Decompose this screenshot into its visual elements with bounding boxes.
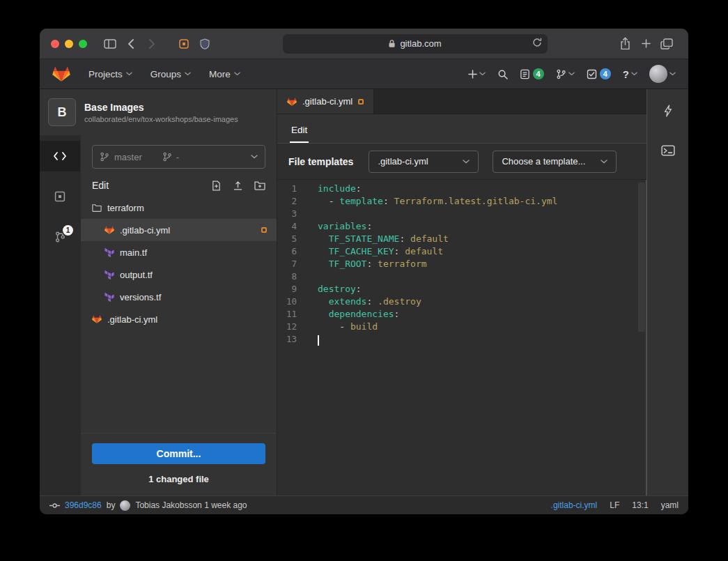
upload-file-button[interactable]	[233, 180, 243, 191]
active-file-link[interactable]: .gitlab-ci.yml	[551, 500, 598, 510]
nav-more[interactable]: More	[209, 69, 240, 79]
browser-toolbar: gitlab.com	[40, 29, 688, 59]
code-line-7: TF_ROOT: terraform	[318, 258, 646, 270]
todos-button[interactable]: 4	[587, 68, 611, 79]
panel-splitter[interactable]	[646, 180, 646, 495]
tree-item-output-tf[interactable]: output.tf	[81, 263, 277, 286]
address-bar[interactable]: gitlab.com	[283, 34, 548, 54]
branch-selector[interactable]: master -	[92, 145, 265, 169]
terraform-file-icon	[104, 292, 114, 302]
commit-author: Tobias Jakobsson 1 week ago	[135, 500, 247, 510]
tree-item-root-gitlab-ci-yml[interactable]: .gitlab-ci.yml	[81, 308, 277, 330]
gitlab-logo[interactable]	[52, 66, 70, 82]
todos-icon	[587, 69, 597, 79]
branch-icon	[100, 152, 109, 162]
issues-icon	[520, 69, 530, 79]
merge-request-icon	[556, 69, 566, 79]
close-window-button[interactable]	[51, 40, 59, 48]
plus-icon	[468, 70, 477, 79]
gitlab-file-icon	[287, 97, 297, 107]
chevron-down-icon	[463, 160, 470, 164]
project-path: collaborated/env/tox-workshops/base-imag…	[84, 115, 238, 123]
code-line-11: dependencies:	[318, 308, 646, 321]
new-folder-button[interactable]	[254, 180, 265, 190]
nav-groups[interactable]: Groups	[150, 69, 191, 79]
cursor-position: 13:1	[632, 500, 648, 510]
review-icon	[54, 191, 65, 202]
terraform-file-icon	[104, 270, 114, 279]
nav-projects[interactable]: Projects	[88, 69, 132, 79]
code-editor[interactable]: 12345678910111213 include: - template: T…	[277, 180, 646, 495]
new-file-button[interactable]	[211, 180, 222, 191]
code-line-8	[318, 270, 646, 283]
search-button[interactable]	[497, 69, 508, 79]
gitlab-navbar: Projects Groups More 4	[40, 59, 688, 89]
code-line-4: variables:	[318, 220, 646, 233]
user-menu-button[interactable]	[649, 65, 676, 83]
tree-item-gitlab-ci-yml[interactable]: .gitlab-ci.yml	[81, 219, 277, 241]
author-avatar	[120, 500, 130, 511]
edit-section-label: Edit	[92, 180, 109, 191]
commit-button[interactable]: Commit...	[92, 443, 265, 464]
status-bar: 396d9c86 by Tobias Jakobsson 1 week ago …	[40, 495, 688, 514]
pipelines-button[interactable]: 1	[40, 222, 80, 252]
activity-strip: 1	[40, 135, 80, 495]
extension-shield-icon[interactable]	[194, 34, 215, 54]
chevron-down-icon	[601, 160, 607, 164]
tabs-overview-button[interactable]	[656, 34, 677, 54]
minimize-window-button[interactable]	[65, 40, 73, 48]
editor-tab-gitlab-ci-yml[interactable]: .gitlab-ci.yml	[277, 89, 374, 114]
reload-button[interactable]	[532, 38, 542, 47]
browser-window: gitlab.com Projects Groups More	[40, 29, 688, 514]
chevron-down-icon	[568, 72, 575, 76]
tree-item-terraform-folder[interactable]: terraform	[81, 197, 277, 219]
chevron-down-icon	[126, 72, 132, 76]
back-button[interactable]	[121, 34, 141, 54]
chevron-down-icon	[185, 72, 191, 76]
new-menu-button[interactable]	[468, 70, 486, 79]
editor-scrollbar[interactable]	[638, 183, 645, 332]
code-line-12: - build	[318, 321, 646, 333]
template-type-select[interactable]: .gitlab-ci.yml	[369, 151, 479, 173]
terminal-button[interactable]	[661, 145, 675, 156]
commit-sha-link[interactable]: 396d9c86	[65, 500, 102, 510]
sidebar-toggle-button[interactable]	[100, 34, 121, 54]
review-mode-button[interactable]	[40, 181, 80, 212]
help-icon: ?	[623, 68, 629, 80]
editor-tab-bar: .gitlab-ci.yml	[277, 89, 646, 114]
project-name: Base Images	[84, 102, 238, 113]
tree-item-main-tf[interactable]: main.tf	[81, 241, 277, 263]
new-tab-button[interactable]	[635, 34, 656, 54]
chevron-down-icon	[669, 72, 676, 76]
live-preview-button[interactable]	[663, 105, 673, 117]
changed-files-count: 1 changed file	[92, 464, 265, 495]
share-button[interactable]	[614, 34, 635, 54]
code-line-3	[318, 208, 646, 220]
issues-button[interactable]: 4	[520, 68, 544, 79]
code-line-2: - template: Terraform.latest.gitlab-ci.y…	[318, 195, 646, 208]
zoom-window-button[interactable]	[79, 40, 87, 48]
new-file-icon	[211, 180, 222, 191]
user-avatar	[649, 65, 667, 83]
terraform-file-icon	[104, 247, 114, 257]
project-avatar: B	[48, 98, 76, 126]
file-panel: master - Edit	[80, 135, 277, 495]
modified-indicator	[261, 227, 267, 233]
eol-indicator: LF	[610, 500, 619, 510]
editor-subtab-bar: Edit	[277, 114, 646, 144]
code-line-10: extends: .destroy	[318, 295, 646, 308]
help-menu-button[interactable]: ?	[623, 68, 637, 80]
gitlab-file-icon	[92, 314, 102, 324]
forward-button[interactable]	[141, 34, 162, 54]
right-sidebar	[646, 89, 688, 495]
window-controls	[51, 40, 87, 48]
tab-edit[interactable]: Edit	[290, 118, 309, 143]
file-templates-bar: File templates .gitlab-ci.yml Choose a t…	[277, 144, 646, 180]
editor-area: .gitlab-ci.yml Edit File templates .gitl…	[277, 89, 646, 495]
tree-item-versions-tf[interactable]: versions.tf	[81, 286, 277, 308]
edit-mode-button[interactable]	[40, 141, 80, 171]
extension-icon-1[interactable]	[173, 34, 194, 54]
merge-requests-button[interactable]	[556, 69, 575, 79]
choose-template-select[interactable]: Choose a template...	[493, 151, 617, 173]
chevron-down-icon	[631, 72, 637, 76]
